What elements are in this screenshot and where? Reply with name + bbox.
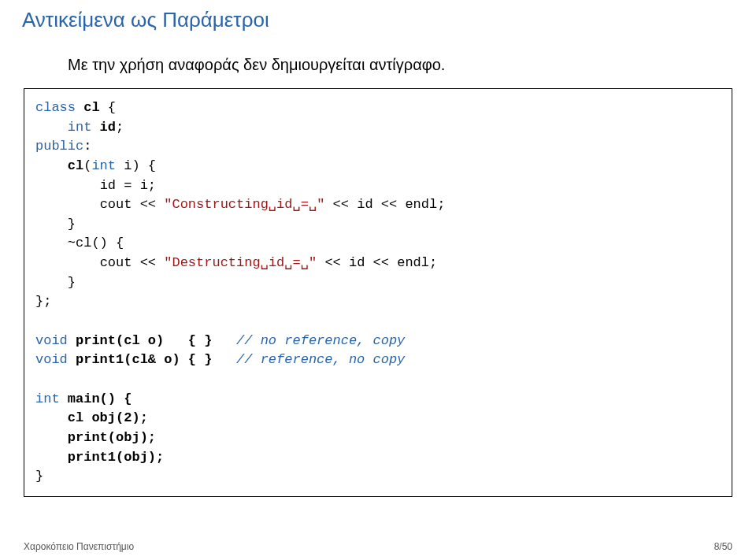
t: { bbox=[100, 100, 116, 115]
str-con: "Constructing␣id␣=␣" bbox=[164, 197, 324, 212]
t: ) { bbox=[132, 158, 156, 173]
t: : bbox=[83, 139, 91, 154]
t: id = i; bbox=[100, 178, 156, 193]
t: ~cl() { bbox=[68, 235, 124, 250]
t: ; bbox=[116, 120, 124, 135]
t: } bbox=[68, 217, 76, 232]
t bbox=[35, 158, 68, 173]
kw-int: int bbox=[68, 120, 92, 135]
cm-ref: // reference, no copy bbox=[236, 352, 405, 367]
id-main: main() { bbox=[60, 391, 132, 406]
call-print1: print1(obj); bbox=[68, 450, 164, 465]
obj-decl: cl obj(2); bbox=[68, 410, 148, 425]
kw-class: class bbox=[35, 100, 76, 115]
t: } bbox=[68, 275, 76, 290]
t: cout << bbox=[100, 255, 165, 270]
t bbox=[35, 430, 68, 445]
t: }; bbox=[35, 294, 51, 309]
t: << id << endl; bbox=[317, 255, 437, 270]
str-des: "Destructing␣id␣=␣" bbox=[164, 255, 317, 270]
slide-title: Αντικείμενα ως Παράμετροι bbox=[0, 0, 756, 32]
t bbox=[35, 120, 68, 135]
code-block: class cl { int id; public: cl(int i) { i… bbox=[24, 88, 732, 497]
t bbox=[35, 178, 100, 193]
t: << id << endl; bbox=[324, 197, 445, 212]
t: } bbox=[35, 469, 43, 484]
cm-noref: // no reference, copy bbox=[236, 333, 405, 348]
t bbox=[35, 450, 68, 465]
kw-int2: int bbox=[91, 158, 116, 173]
t bbox=[35, 217, 68, 232]
t bbox=[35, 410, 68, 425]
id-id: id bbox=[91, 120, 116, 135]
t bbox=[35, 235, 68, 250]
id-print: print(cl o) { } bbox=[68, 333, 236, 348]
kw-int3: int bbox=[35, 391, 60, 406]
t: i bbox=[116, 158, 132, 173]
id-print1: print1(cl& o) { } bbox=[68, 352, 236, 367]
slide-subtitle: Με την χρήση αναφοράς δεν δημιουργείται … bbox=[0, 32, 756, 74]
footer: Χαροκόπειο Πανεπιστήμιο 8/50 bbox=[24, 541, 732, 552]
t: ( bbox=[83, 158, 91, 173]
id-cl: cl bbox=[83, 100, 99, 115]
kw-void: void bbox=[35, 333, 68, 348]
kw-void2: void bbox=[35, 352, 68, 367]
kw-public: public bbox=[35, 139, 83, 154]
t bbox=[35, 275, 68, 290]
footer-left: Χαροκόπειο Πανεπιστήμιο bbox=[24, 541, 134, 552]
t bbox=[35, 197, 100, 212]
call-print: print(obj); bbox=[68, 430, 156, 445]
t: cout << bbox=[100, 197, 165, 212]
id-ctor: cl bbox=[68, 158, 83, 173]
footer-right: 8/50 bbox=[714, 541, 732, 552]
t bbox=[35, 255, 100, 270]
